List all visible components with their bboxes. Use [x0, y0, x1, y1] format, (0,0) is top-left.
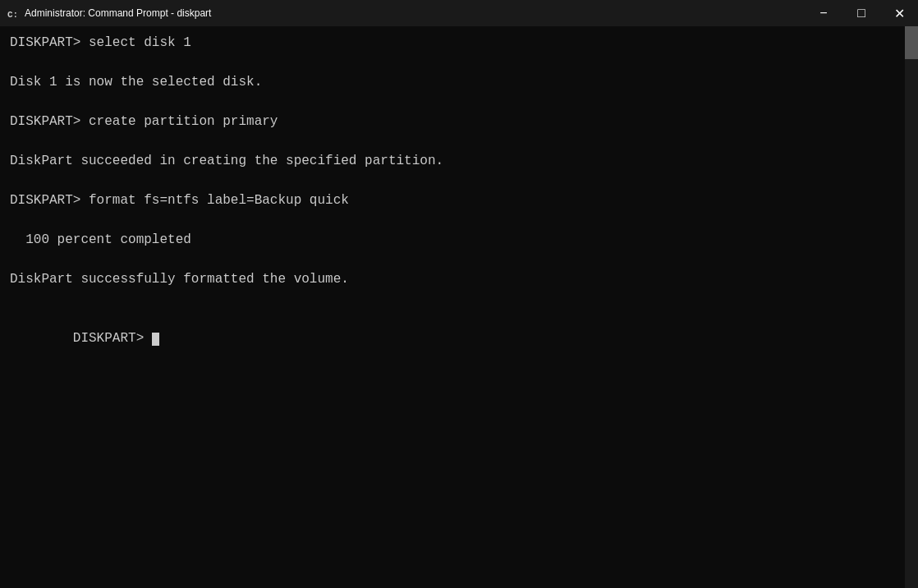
- cursor: [152, 333, 159, 346]
- terminal-line: DISKPART> format fs=ntfs label=Backup qu…: [10, 191, 908, 210]
- terminal-line: 100 percent completed: [10, 230, 908, 250]
- terminal-line: DISKPART> select disk 1: [10, 33, 908, 53]
- title-bar: C: Administrator: Command Prompt - diskp…: [0, 0, 918, 26]
- terminal-line: [10, 171, 908, 191]
- terminal-body: DISKPART> select disk 1 Disk 1 is now th…: [0, 26, 918, 588]
- terminal-line: DiskPart successfully formatted the volu…: [10, 269, 908, 289]
- terminal-line: Disk 1 is now the selected disk.: [10, 72, 908, 92]
- terminal-line: DiskPart succeeded in creating the speci…: [10, 151, 908, 171]
- terminal-line: DISKPART> create partition primary: [10, 112, 908, 131]
- terminal-line: [10, 250, 908, 269]
- terminal-line: [10, 131, 908, 151]
- title-bar-controls: − □ ✕: [805, 0, 918, 26]
- maximize-button[interactable]: □: [842, 0, 880, 26]
- window: C: Administrator: Command Prompt - diskp…: [0, 0, 918, 588]
- terminal-line: [10, 210, 908, 230]
- terminal-line: [10, 289, 908, 309]
- terminal-output: DISKPART> select disk 1 Disk 1 is now th…: [10, 33, 908, 368]
- terminal-line: [10, 53, 908, 72]
- close-button[interactable]: ✕: [880, 0, 918, 26]
- scrollbar-thumb[interactable]: [905, 26, 918, 59]
- prompt-text: DISKPART>: [73, 331, 152, 346]
- terminal-line: [10, 92, 908, 112]
- minimize-button[interactable]: −: [805, 0, 842, 26]
- svg-text:C:: C:: [7, 10, 18, 20]
- title-bar-title: Administrator: Command Prompt - diskpart: [25, 7, 211, 19]
- title-bar-left: C: Administrator: Command Prompt - diskp…: [7, 7, 211, 20]
- scrollbar[interactable]: [905, 26, 918, 588]
- cmd-icon: C:: [7, 7, 20, 20]
- terminal-prompt-line: DISKPART>: [10, 309, 908, 368]
